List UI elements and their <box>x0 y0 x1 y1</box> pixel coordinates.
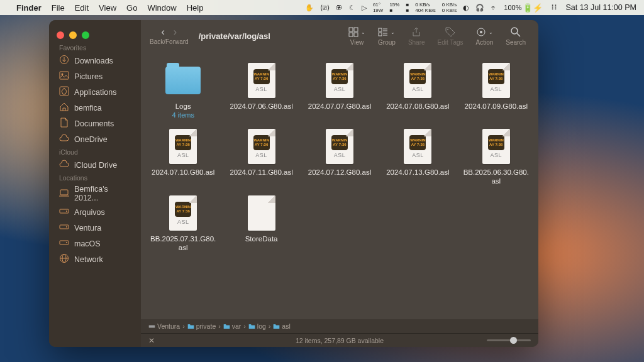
folder-icon <box>165 67 201 94</box>
chatgpt-icon[interactable]: ֍ <box>336 4 343 11</box>
screenshot-icon[interactable]: ⟨⎚⟩ <box>320 4 330 12</box>
share-icon <box>411 27 421 37</box>
disk-icon <box>59 222 69 234</box>
sidebar-section-header: Locations <box>49 173 141 183</box>
sidebar-item-network[interactable]: Network <box>49 251 141 267</box>
svg-rect-30 <box>149 325 155 327</box>
sidebar-item-arquivos[interactable]: Arquivos <box>49 204 141 220</box>
menu-help[interactable]: Help <box>187 3 204 13</box>
hand-icon[interactable]: ✋ <box>305 4 314 12</box>
path-crumb[interactable]: Ventura <box>148 322 180 330</box>
pathbar[interactable]: Ventura›private›var›log›asl <box>141 319 538 333</box>
sidebar-item-label: Pictures <box>74 72 103 81</box>
disk-icon <box>59 206 69 218</box>
sidebar-item-onedrive[interactable]: OneDrive <box>49 131 141 147</box>
menubar: Finder File Edit View Go Window Help ✋ ⟨… <box>0 0 644 15</box>
minimize-button[interactable] <box>69 31 77 39</box>
file-item[interactable]: WARNINAY 7:36ASL2024.07.10.G80.asl <box>146 126 220 187</box>
asl-file-icon: WARNINAY 7:36ASL <box>404 63 431 98</box>
sidebar-section-header: Favorites <box>49 43 141 53</box>
file-name: BB.2025.06.30.G80.asl <box>462 168 531 185</box>
share-control[interactable]: Share <box>404 26 429 46</box>
chevron-right-icon: › <box>243 322 246 330</box>
sidebar-item-pictures[interactable]: Pictures <box>49 69 141 84</box>
close-pathbar-button[interactable]: ✕ <box>148 336 155 345</box>
headphones-icon[interactable]: 🎧 <box>475 4 484 12</box>
asl-file-icon: WARNINAY 7:36ASL <box>326 63 353 98</box>
download-icon <box>59 55 69 67</box>
file-name: 2024.07.06.G80.asl <box>230 102 292 111</box>
sidebar-item-bemfica[interactable]: bemfica <box>49 100 141 116</box>
sidebar-item-icloud-drive[interactable]: iCloud Drive <box>49 157 141 173</box>
svg-rect-1 <box>60 72 69 79</box>
wifi-icon[interactable]: ᯤ <box>491 4 497 11</box>
asl-file-icon: WARNINAY 7:36ASL <box>482 129 510 164</box>
cloud-icon <box>59 133 69 145</box>
sidebar-item-bemfica-s-2012-[interactable]: Bemfica's 2012... <box>49 183 141 204</box>
battery-status[interactable]: 100%🔋⚡ <box>504 3 543 13</box>
file-name: Logs <box>175 102 191 111</box>
chevron-right-icon: › <box>218 322 221 330</box>
view-control[interactable]: ⌄ View <box>345 26 369 46</box>
back-button[interactable]: ‹ <box>162 26 165 38</box>
file-name: StoreData <box>245 234 278 243</box>
search-control[interactable]: Search <box>502 26 530 46</box>
display-icon[interactable]: ◐ <box>463 4 469 12</box>
forward-button[interactable]: › <box>174 26 177 38</box>
sidebar-item-macos[interactable]: macOS <box>49 236 141 251</box>
status-area: ✋ ⟨⎚⟩ ֍ ☾ ▷ 61°19W 15%■ ■■ 0 KB/s404 KB/… <box>305 2 636 13</box>
file-item[interactable]: WARNINAY 7:36ASL2024.07.09.G80.asl <box>459 60 533 120</box>
sidebar-item-label: Applications <box>74 88 116 97</box>
svg-point-2 <box>62 74 64 75</box>
path-title: /private/var/log/asl <box>194 31 340 41</box>
sidebar-item-downloads[interactable]: Downloads <box>49 53 141 69</box>
main-area: ‹› Back/Forward /private/var/log/asl ⌄ V… <box>141 20 538 347</box>
sidebar-item-label: Documents <box>74 119 114 128</box>
file-item[interactable]: WARNINAY 7:36ASL2024.07.06.G80.asl <box>224 60 298 120</box>
path-crumb[interactable]: private <box>187 322 216 330</box>
sidebar-item-label: Downloads <box>74 57 113 65</box>
sidebar-item-ventura[interactable]: Ventura <box>49 220 141 236</box>
control-center-icon[interactable]: ⠸⠇ <box>549 4 559 12</box>
menu-view[interactable]: View <box>99 3 116 13</box>
clock[interactable]: Sat 13 Jul 11:00 PM <box>565 3 636 12</box>
menu-window[interactable]: Window <box>147 3 176 13</box>
sidebar-item-documents[interactable]: Documents <box>49 116 141 131</box>
menu-go[interactable]: Go <box>126 3 137 13</box>
action-control[interactable]: ⌄ Action <box>472 26 497 46</box>
sidebar-item-applications[interactable]: Applications <box>49 84 141 100</box>
moon-icon[interactable]: ☾ <box>349 4 355 12</box>
path-crumb[interactable]: log <box>248 322 266 330</box>
menu-edit[interactable]: Edit <box>75 3 89 13</box>
svg-rect-17 <box>349 33 353 36</box>
close-button[interactable] <box>57 31 64 39</box>
path-crumb[interactable]: asl <box>273 322 290 330</box>
menu-file[interactable]: File <box>52 3 65 13</box>
file-item[interactable]: WARNINAY 7:36ASLBB.2025.06.30.G80.asl <box>459 126 533 187</box>
file-item[interactable]: StoreData <box>224 193 298 253</box>
tags-control[interactable]: Edit Tags <box>434 26 467 46</box>
file-item[interactable]: WARNINAY 7:36ASL2024.07.07.G80.asl <box>303 60 377 120</box>
sidebar-section-header: iCloud <box>49 147 141 157</box>
sidebar-item-label: Arquivos <box>74 208 105 217</box>
status-info: 12 items, 257,89 GB available <box>296 337 384 344</box>
app-name[interactable]: Finder <box>16 3 42 13</box>
play-icon[interactable]: ▷ <box>362 4 367 12</box>
svg-line-29 <box>517 33 520 36</box>
zoom-button[interactable] <box>82 31 89 39</box>
sidebar-item-label: Ventura <box>74 224 101 233</box>
file-item[interactable]: WARNINAY 7:36ASL2024.07.12.G80.asl <box>303 126 377 187</box>
file-item[interactable]: WARNINAY 7:36ASLBB.2025.07.31.G80.asl <box>146 193 220 253</box>
path-crumb[interactable]: var <box>223 322 242 330</box>
svg-point-27 <box>480 31 482 33</box>
sidebar: FavoritesDownloadsPicturesApplicationsbe… <box>49 20 141 347</box>
file-name: BB.2025.07.31.G80.asl <box>148 234 218 252</box>
file-subtitle: 4 items <box>172 111 194 119</box>
svg-rect-18 <box>354 33 358 36</box>
file-item[interactable]: WARNINAY 7:36ASL2024.07.08.G80.asl <box>380 60 455 120</box>
icon-size-slider[interactable] <box>487 339 531 341</box>
file-item[interactable]: WARNINAY 7:36ASL2024.07.13.G80.asl <box>380 126 455 187</box>
group-control[interactable]: ⌄ Group <box>374 26 399 46</box>
file-item[interactable]: WARNINAY 7:36ASL2024.07.11.G80.asl <box>224 126 298 187</box>
file-item[interactable]: Logs4 items <box>146 60 220 120</box>
